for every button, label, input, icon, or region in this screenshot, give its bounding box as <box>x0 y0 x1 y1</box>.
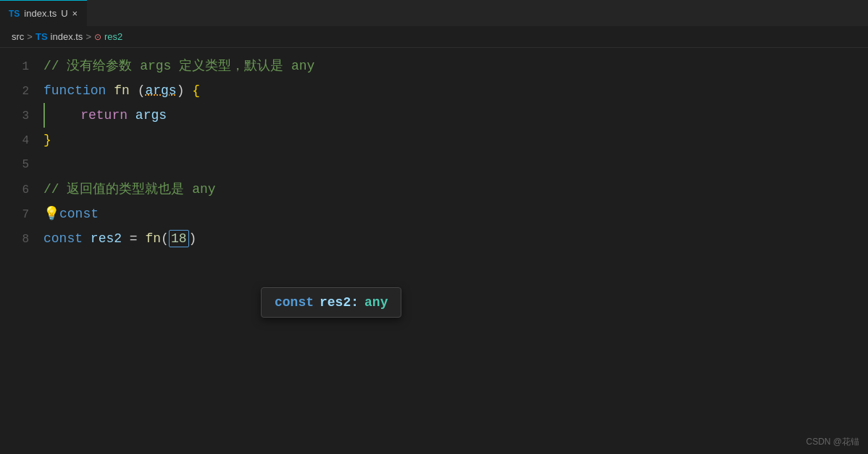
line-number-4: 4 <box>0 128 43 153</box>
line-7-content: 💡const <box>43 202 107 226</box>
code-line-5: 5 <box>0 152 868 177</box>
code-line-7: 7 💡const <box>0 202 868 226</box>
breadcrumb-src[interactable]: src <box>12 31 24 42</box>
line-1-content: // 没有给参数 args 定义类型，默认是 any <box>43 54 314 78</box>
breadcrumb-file[interactable]: index.ts <box>51 31 83 42</box>
tab-close-button[interactable]: × <box>72 8 78 19</box>
tab-filename: index.ts <box>24 8 57 19</box>
watermark: CSDN @花锚 <box>806 436 859 448</box>
tab-bar: TS index.ts U × <box>0 0 868 26</box>
ts-badge: TS <box>9 9 20 19</box>
line-number-7: 7 <box>0 202 43 227</box>
line-number-6: 6 <box>0 178 43 202</box>
lightbulb-icon: 💡 <box>43 207 59 221</box>
tooltip-type: any <box>364 295 388 310</box>
breadcrumb-sep2: > <box>85 31 91 42</box>
breadcrumb-symbol-icon: ⊙ <box>94 32 101 42</box>
line-6-content: // 返回值的类型就也是 any <box>43 177 216 202</box>
breadcrumb-symbol[interactable]: res2 <box>104 31 122 42</box>
breadcrumb-sep1: > <box>27 31 33 42</box>
code-line-2: 2 function fn (args) { <box>0 78 868 103</box>
code-line-3: 3 return args <box>0 103 868 128</box>
editor-tab[interactable]: TS index.ts U × <box>0 0 87 26</box>
tooltip-keyword: const <box>275 295 314 310</box>
hover-tooltip: const res2: any <box>261 287 401 318</box>
line-3-content: return args <box>43 103 167 128</box>
tooltip-varname: res2: <box>320 295 359 310</box>
line-number-3: 3 <box>0 104 43 128</box>
line-number-2: 2 <box>0 79 43 104</box>
code-editor: 1 // 没有给参数 args 定义类型，默认是 any 2 function … <box>0 48 868 454</box>
line-number-5: 5 <box>0 152 43 177</box>
line-2-content: function fn (args) { <box>43 78 200 103</box>
code-line-8: 8 const res2 = fn(18) <box>0 226 868 251</box>
code-line-4: 4 } <box>0 128 868 152</box>
line-number-8: 8 <box>0 227 43 252</box>
line-8-content: const res2 = fn(18) <box>43 226 196 251</box>
breadcrumb-ts-badge: TS <box>36 31 48 42</box>
code-line-1: 1 // 没有给参数 args 定义类型，默认是 any <box>0 54 868 78</box>
line-number-1: 1 <box>0 54 43 79</box>
breadcrumb: src > TS index.ts > ⊙ res2 <box>0 26 868 48</box>
code-line-6: 6 // 返回值的类型就也是 any <box>0 177 868 202</box>
line-4-content: } <box>43 128 51 152</box>
code-content: 1 // 没有给参数 args 定义类型，默认是 any 2 function … <box>0 48 868 257</box>
tab-unsaved-indicator: U <box>61 8 67 19</box>
